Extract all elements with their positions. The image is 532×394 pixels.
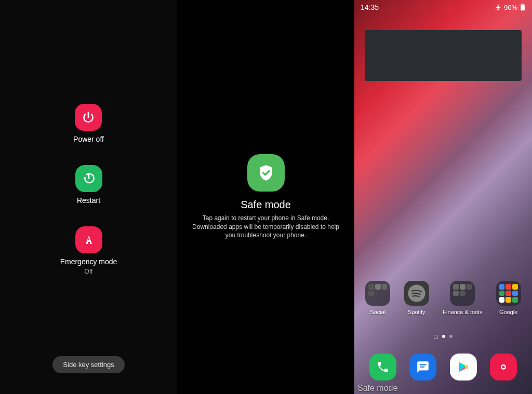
power-off-label: Power off — [73, 135, 104, 143]
home-page-dot — [434, 335, 438, 339]
app-label: Social — [370, 309, 385, 315]
app-spotify[interactable]: Spotify — [404, 281, 429, 315]
app-label: Spotify — [408, 309, 425, 315]
emergency-sublabel: Off — [85, 268, 93, 275]
safe-mode-confirm[interactable]: Safe mode Tap again to restart your phon… — [177, 154, 354, 240]
power-off-button[interactable]: Power off — [73, 104, 104, 143]
safe-mode-title: Safe mode — [241, 199, 291, 211]
page-dot — [449, 335, 453, 338]
app-finance[interactable]: Finance & tools — [443, 281, 482, 315]
page-dot-active — [442, 335, 445, 338]
dock-camera[interactable] — [490, 354, 517, 381]
status-battery-text: 90% — [504, 4, 517, 11]
safe-mode-description: Tap again to restart your phone in Safe … — [192, 214, 340, 240]
app-row: Social Spotify Finance & tools Google — [354, 281, 532, 315]
status-bar: 14:35 90% — [354, 0, 532, 15]
status-right: 90% — [495, 4, 526, 11]
folder-icon — [365, 281, 390, 306]
side-key-settings-button[interactable]: Side key settings — [52, 356, 124, 373]
power-menu-panel: Power off Restart Emergency mode Off Sid… — [0, 0, 177, 394]
app-social[interactable]: Social — [365, 281, 390, 315]
folder-icon — [450, 281, 475, 306]
svg-rect-2 — [522, 4, 523, 5]
dock-play-store[interactable] — [450, 354, 477, 381]
safe-mode-badge: Safe mode — [357, 384, 397, 393]
home-screen-panel: 14:35 90% Social Spotify — [354, 0, 532, 394]
svg-rect-0 — [88, 238, 89, 240]
emergency-mode-button[interactable]: Emergency mode Off — [60, 226, 117, 275]
safe-mode-confirm-panel: Safe mode Tap again to restart your phon… — [177, 0, 354, 394]
restart-label: Restart — [77, 196, 100, 205]
dock — [354, 354, 532, 381]
svg-rect-1 — [521, 5, 525, 11]
home-widget-placeholder[interactable] — [365, 30, 522, 81]
svg-point-5 — [502, 366, 505, 369]
emergency-label: Emergency mode — [60, 257, 117, 266]
dock-messages[interactable] — [409, 354, 436, 381]
emergency-icon — [75, 226, 102, 253]
status-time: 14:35 — [361, 3, 379, 11]
power-off-icon — [75, 104, 102, 131]
airplane-icon — [495, 4, 502, 11]
app-label: Google — [499, 309, 517, 315]
app-google[interactable]: Google — [496, 281, 521, 315]
restart-button[interactable]: Restart — [75, 165, 102, 205]
safe-mode-icon — [247, 154, 285, 192]
app-label: Finance & tools — [443, 309, 482, 315]
dock-phone[interactable] — [369, 354, 396, 381]
power-options: Power off Restart Emergency mode Off — [60, 104, 117, 297]
folder-icon — [496, 281, 521, 306]
restart-icon — [75, 165, 102, 192]
page-indicator[interactable] — [354, 335, 532, 339]
spotify-icon — [404, 281, 429, 306]
battery-icon — [520, 4, 526, 11]
